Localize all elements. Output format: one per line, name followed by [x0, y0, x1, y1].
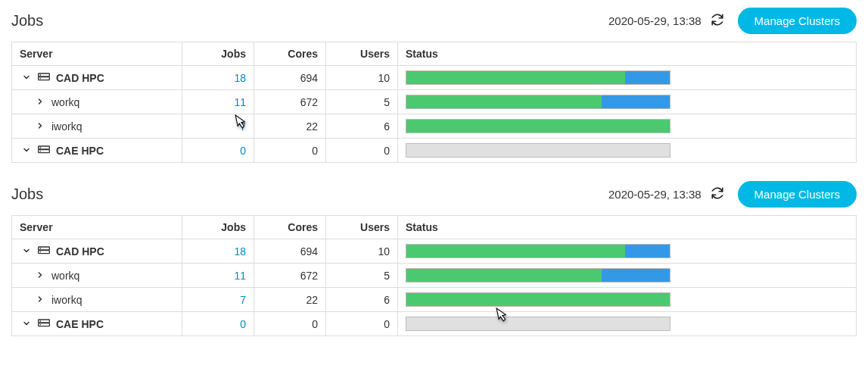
- panel-header: Jobs 2020-05-29, 13:38 Manage Clusters: [11, 181, 857, 208]
- col-users[interactable]: Users: [326, 42, 398, 66]
- cores-value: 22: [254, 288, 326, 312]
- table-row: CAE HPC 0 0 0: [12, 139, 857, 163]
- chevron-right-icon: [36, 294, 45, 306]
- expand-toggle[interactable]: [33, 270, 47, 282]
- users-value: 0: [326, 312, 398, 336]
- panel-title: Jobs: [11, 12, 43, 30]
- chevron-right-icon: [36, 270, 45, 282]
- server-icon: [38, 319, 50, 329]
- manage-clusters-button[interactable]: Manage Clusters: [738, 181, 857, 208]
- col-status[interactable]: Status: [398, 216, 857, 239]
- jobs-link[interactable]: 18: [234, 245, 246, 258]
- cores-value: 694: [254, 239, 326, 264]
- col-status[interactable]: Status: [398, 42, 857, 66]
- row-label: CAE HPC: [56, 145, 104, 157]
- users-value: 10: [326, 239, 398, 264]
- col-server[interactable]: Server: [12, 42, 182, 66]
- refresh-icon: [711, 186, 724, 202]
- table-header-row: Server Jobs Cores Users Status: [12, 42, 857, 66]
- jobs-panel: Jobs 2020-05-29, 13:38 Manage Clusters S…: [11, 181, 857, 336]
- timestamp: 2020-05-29, 13:38: [608, 188, 702, 201]
- server-icon: [38, 246, 50, 257]
- refresh-button[interactable]: [708, 10, 727, 32]
- panel-title: Jobs: [11, 186, 43, 203]
- table-row: CAE HPC 0 0 0: [12, 312, 857, 336]
- status-bar[interactable]: [406, 143, 670, 158]
- row-label: CAD HPC: [56, 245, 104, 258]
- chevron-down-icon: [22, 318, 31, 330]
- expand-toggle[interactable]: [20, 318, 33, 330]
- users-value: 5: [326, 264, 398, 288]
- users-value: 0: [326, 139, 398, 163]
- server-icon: [38, 145, 50, 156]
- users-value: 6: [326, 288, 398, 312]
- status-bar[interactable]: [406, 268, 670, 283]
- row-label: workq: [51, 96, 79, 108]
- cores-value: 694: [254, 66, 326, 90]
- table-row: iworkq 7 22 6: [12, 288, 857, 312]
- users-value: 6: [326, 114, 398, 139]
- status-bar[interactable]: [406, 119, 670, 133]
- cores-value: 672: [254, 264, 326, 288]
- refresh-button[interactable]: [708, 183, 727, 205]
- col-jobs[interactable]: Jobs: [182, 42, 254, 66]
- chevron-down-icon: [22, 145, 31, 157]
- table-header-row: Server Jobs Cores Users Status: [12, 216, 857, 239]
- jobs-link[interactable]: 11: [234, 96, 246, 108]
- table-row: CAD HPC 18 694 10: [12, 239, 857, 264]
- row-label: iworkq: [51, 294, 82, 306]
- chevron-right-icon: [36, 120, 45, 133]
- expand-toggle[interactable]: [33, 96, 47, 108]
- status-bar[interactable]: [406, 292, 670, 307]
- status-bar[interactable]: [406, 95, 670, 109]
- manage-clusters-button[interactable]: Manage Clusters: [738, 8, 857, 34]
- jobs-table: Server Jobs Cores Users Status: [11, 42, 857, 163]
- chevron-right-icon: [36, 96, 45, 108]
- cores-value: 0: [254, 139, 326, 163]
- timestamp: 2020-05-29, 13:38: [608, 14, 702, 27]
- table-row: workq 11 672 5: [12, 264, 857, 288]
- col-server[interactable]: Server: [12, 216, 182, 239]
- expand-toggle[interactable]: [33, 120, 47, 133]
- status-bar[interactable]: [406, 317, 670, 331]
- jobs-link[interactable]: 18: [234, 72, 246, 84]
- table-row: workq 11 672 5: [12, 90, 857, 114]
- jobs-panel: Jobs 2020-05-29, 13:38 Manage Clusters S…: [11, 8, 857, 163]
- expand-toggle[interactable]: [20, 245, 33, 258]
- users-value: 10: [326, 66, 398, 90]
- table-row: iworkq 7 22 6: [12, 114, 857, 139]
- expand-toggle[interactable]: [20, 72, 33, 84]
- col-cores[interactable]: Cores: [254, 216, 326, 239]
- panel-header: Jobs 2020-05-29, 13:38 Manage Clusters: [11, 8, 857, 34]
- chevron-down-icon: [22, 72, 31, 84]
- row-label: workq: [51, 270, 79, 282]
- col-jobs[interactable]: Jobs: [182, 216, 254, 239]
- jobs-link[interactable]: 11: [234, 270, 246, 282]
- jobs-link[interactable]: 0: [240, 145, 246, 157]
- users-value: 5: [326, 90, 398, 114]
- refresh-icon: [711, 13, 724, 29]
- jobs-link[interactable]: 7: [240, 120, 246, 133]
- expand-toggle[interactable]: [20, 145, 33, 157]
- status-bar[interactable]: [406, 70, 670, 85]
- server-icon: [38, 73, 50, 83]
- cores-value: 22: [254, 114, 326, 139]
- row-label: CAD HPC: [56, 72, 104, 84]
- row-label: CAE HPC: [56, 318, 104, 330]
- jobs-link[interactable]: 0: [240, 318, 246, 330]
- table-row: CAD HPC 18 694 10: [12, 66, 857, 90]
- chevron-down-icon: [22, 245, 31, 258]
- cores-value: 672: [254, 90, 326, 114]
- cores-value: 0: [254, 312, 326, 336]
- status-bar[interactable]: [406, 244, 670, 258]
- col-users[interactable]: Users: [326, 216, 398, 239]
- expand-toggle[interactable]: [33, 294, 47, 306]
- jobs-link[interactable]: 7: [240, 294, 246, 306]
- row-label: iworkq: [51, 120, 82, 133]
- col-cores[interactable]: Cores: [254, 42, 326, 66]
- jobs-table: Server Jobs Cores Users Status CAD HPC: [11, 215, 857, 336]
